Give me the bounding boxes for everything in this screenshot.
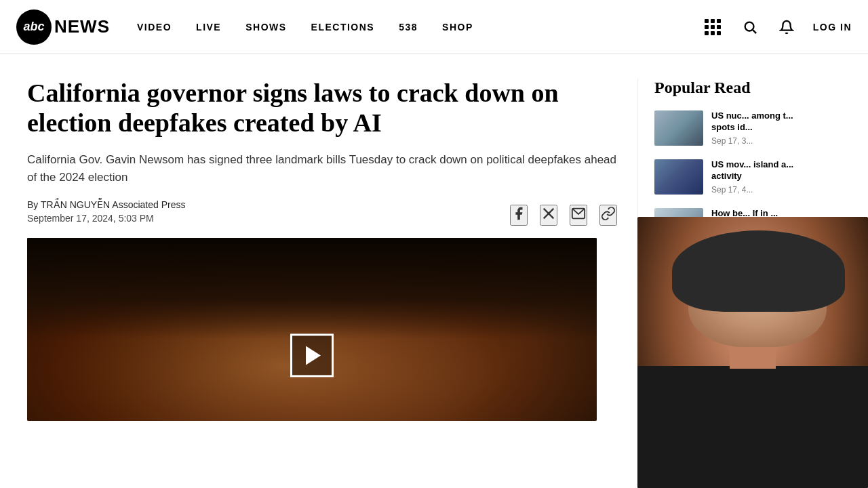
- hair-overlay: [27, 238, 597, 339]
- article: California governor signs laws to crack …: [27, 79, 637, 421]
- presenter-shirt: [637, 366, 868, 488]
- news-wordmark: NEWS: [54, 16, 110, 37]
- x-twitter-icon: [541, 206, 556, 221]
- sidebar-title: Popular Read: [654, 79, 800, 97]
- grid-icon: [705, 19, 721, 35]
- facebook-icon: [511, 206, 526, 221]
- share-row: [510, 205, 617, 226]
- sidebar-item-1[interactable]: US nuc... among t... spots id... Sep 17,…: [654, 110, 800, 146]
- header: abc NEWS VIDEO LIVE SHOWS ELECTIONS 538 …: [0, 0, 868, 54]
- sidebar-date-2: Sep 17, 4...: [711, 185, 800, 195]
- nav-live[interactable]: LIVE: [196, 22, 221, 33]
- bell-icon: [779, 20, 794, 35]
- search-button[interactable]: [740, 17, 760, 37]
- meta-share-row: By TRẦN NGUYỄN Associated Press Septembe…: [27, 199, 617, 238]
- nav-shop[interactable]: SHOP: [442, 22, 473, 33]
- login-button[interactable]: LOG IN: [813, 22, 852, 33]
- nav-video[interactable]: VIDEO: [137, 22, 172, 33]
- play-button-container[interactable]: [290, 334, 334, 378]
- nav-538[interactable]: 538: [399, 22, 418, 33]
- sidebar-item-2[interactable]: US mov... island a... activity Sep 17, 4…: [654, 159, 800, 195]
- sidebar-text-2: US mov... island a... activity Sep 17, 4…: [711, 159, 800, 195]
- article-subtitle: California Gov. Gavin Newsom has signed …: [27, 151, 617, 186]
- sidebar-headline-2: US mov... island a... activity: [711, 159, 800, 182]
- sidebar-text-1: US nuc... among t... spots id... Sep 17,…: [711, 110, 800, 146]
- svg-line-1: [753, 30, 756, 33]
- header-right: LOG IN: [702, 16, 852, 38]
- sidebar-thumbnail-1: [654, 110, 703, 146]
- share-facebook-button[interactable]: [510, 205, 528, 226]
- logo-area[interactable]: abc NEWS: [16, 9, 110, 45]
- email-icon: [571, 206, 586, 221]
- presenter-background: [637, 217, 868, 488]
- share-x-button[interactable]: [540, 205, 557, 226]
- nav-elections[interactable]: ELECTIONS: [311, 22, 375, 33]
- presenter-hair: [672, 230, 845, 312]
- nav-shows[interactable]: SHOWS: [245, 22, 286, 33]
- notifications-button[interactable]: [776, 17, 797, 37]
- presenter-overlay: [637, 217, 868, 488]
- sidebar-date-1: Sep 17, 3...: [711, 136, 800, 146]
- share-email-button[interactable]: [570, 205, 587, 226]
- play-button[interactable]: [290, 334, 334, 378]
- article-image[interactable]: [27, 238, 597, 421]
- link-icon: [601, 206, 616, 221]
- grid-menu-button[interactable]: [702, 16, 724, 38]
- article-title: California governor signs laws to crack …: [27, 79, 617, 138]
- main-nav: VIDEO LIVE SHOWS ELECTIONS 538 SHOP: [137, 22, 702, 33]
- sidebar-thumbnail-2: [654, 159, 703, 195]
- play-triangle-icon: [306, 346, 321, 365]
- svg-point-0: [745, 22, 753, 30]
- search-icon: [743, 20, 757, 35]
- sidebar-headline-1: US nuc... among t... spots id...: [711, 110, 800, 134]
- share-link-button[interactable]: [599, 205, 617, 226]
- abc-logo: abc: [16, 9, 52, 45]
